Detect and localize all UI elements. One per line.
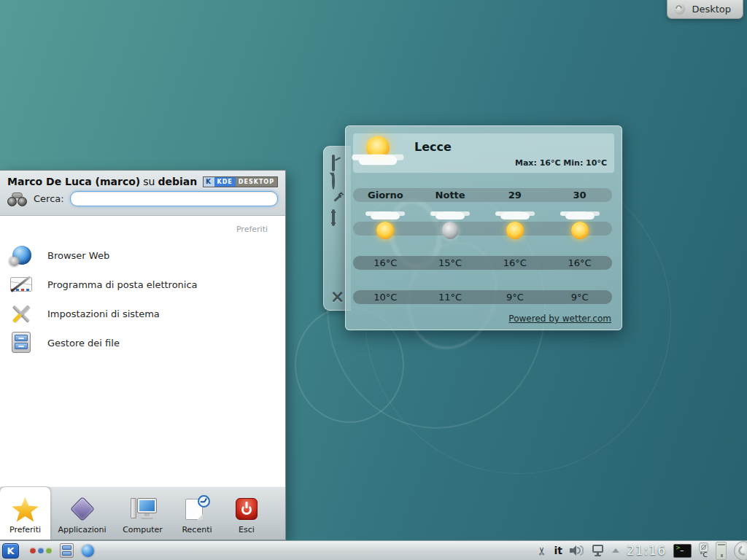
day-temp: 16°C	[353, 256, 418, 270]
file-manager-icon	[9, 331, 33, 354]
night-temp: 9°C	[547, 290, 612, 304]
tab-label: Esci	[239, 525, 255, 534]
favorite-item-filemanager[interactable]: Gestore dei file	[0, 328, 285, 357]
panel-cashew-icon[interactable]	[734, 541, 747, 560]
favorite-label: Browser Web	[47, 250, 109, 261]
title-separator: su	[140, 176, 158, 187]
file-manager-icon[interactable]	[60, 543, 74, 558]
tab-preferiti[interactable]: Preferiti	[0, 487, 50, 540]
pager-dot	[38, 548, 44, 553]
search-label: Cerca:	[34, 193, 64, 204]
tab-recenti[interactable]: Recenti	[171, 487, 222, 540]
terminal-icon[interactable]: >_	[673, 544, 692, 558]
konqueror-globe-icon[interactable]	[82, 545, 94, 557]
favorite-label: Gestore dei file	[47, 338, 120, 349]
bottom-panel: K ✂ it 21:16 >_ °C	[0, 540, 747, 560]
configure-wrench-icon[interactable]	[332, 192, 344, 203]
kde-desktop-badge: K KDE DESKTOP	[203, 176, 279, 187]
keyboard-layout-indicator[interactable]: it	[554, 545, 563, 556]
volume-icon[interactable]	[570, 545, 584, 556]
kickoff-tab-bar: Preferiti Applicazioni Computer Recenti …	[0, 486, 285, 540]
weather-widget: Lecce Max: 16°C Min: 10°C Giorno Notte 2…	[345, 125, 622, 330]
expand-tray-icon[interactable]	[612, 548, 619, 553]
rotate-icon[interactable]	[332, 174, 344, 184]
kde-logo-icon: K	[204, 177, 214, 187]
resize-icon[interactable]	[332, 156, 344, 166]
close-icon[interactable]: ×	[330, 289, 344, 304]
plasma-cashew-icon	[674, 4, 685, 15]
tab-label: Applicazioni	[58, 525, 107, 534]
tab-label: Computer	[123, 525, 163, 534]
calendar-icon[interactable]	[716, 542, 727, 560]
star-icon	[11, 495, 40, 523]
user-title: Marco De Luca (marco)sudebian	[7, 176, 197, 187]
column-header: 29	[483, 188, 548, 202]
favorite-item-settings[interactable]: Impostazioni di sistema	[0, 299, 285, 328]
mini-pager-dots[interactable]	[30, 548, 52, 553]
network-monitor-icon[interactable]	[592, 545, 605, 557]
email-icon	[9, 273, 33, 296]
system-settings-icon	[9, 302, 33, 325]
konqueror-globe-icon	[9, 244, 33, 267]
pager-dot	[30, 548, 36, 553]
desktop-toolbox-button[interactable]: Desktop	[667, 0, 743, 19]
tab-applicazioni[interactable]: Applicazioni	[50, 487, 114, 540]
applications-diamond-icon	[68, 495, 97, 523]
kickoff-launcher: Marco De Luca (marco)sudebian K KDE DESK…	[0, 170, 286, 540]
weather-tray-icon[interactable]: °C	[699, 542, 708, 559]
pager-dot	[46, 548, 52, 553]
weather-header: Lecce Max: 16°C Min: 10°C	[353, 133, 614, 173]
search-input[interactable]	[70, 191, 278, 206]
weather-night-temps: 10°C 11°C 9°C 9°C	[353, 290, 612, 304]
desktop-wallpaper: Desktop × Lecce Max: 16°C Min: 10°C Gior…	[0, 0, 747, 560]
badge-kde-label: KDE	[214, 177, 236, 187]
day-temp: 15°C	[418, 256, 483, 270]
kickoff-content: Preferiti Browser Web Programma di posta…	[0, 216, 285, 486]
binoculars-icon	[7, 192, 28, 206]
weather-credit-link[interactable]: Powered by wetter.com	[508, 314, 611, 324]
favorite-label: Impostazioni di sistema	[47, 308, 160, 319]
kickoff-header: Marco De Luca (marco)sudebian K KDE DESK…	[0, 171, 285, 216]
weather-day-temps: 16°C 15°C 16°C 16°C	[353, 256, 612, 270]
recent-documents-icon	[182, 495, 212, 523]
day-temp: 16°C	[483, 256, 548, 270]
favorite-item-email[interactable]: Programma di posta elettronica	[0, 270, 285, 299]
favorite-item-browser[interactable]: Browser Web	[0, 241, 285, 270]
column-header: Giorno	[353, 188, 418, 202]
column-header: 30	[547, 188, 612, 202]
column-header: Notte	[418, 188, 483, 202]
badge-desktop-label: DESKTOP	[236, 177, 277, 187]
sun-clouds-icon	[357, 136, 399, 168]
night-temp: 11°C	[418, 290, 483, 304]
user-name: Marco De Luca (marco)	[7, 176, 140, 187]
night-temp: 10°C	[353, 290, 418, 304]
section-label: Preferiti	[236, 225, 268, 234]
weather-tray-label: °C	[700, 552, 708, 559]
tab-label: Recenti	[182, 525, 212, 534]
shortcuts-icon[interactable]	[332, 211, 344, 221]
tab-label: Preferiti	[9, 525, 41, 534]
tab-computer[interactable]: Computer	[114, 487, 171, 540]
day-temp: 16°C	[547, 256, 612, 270]
night-temp: 9°C	[483, 290, 548, 304]
kmenu-button[interactable]: K	[2, 543, 19, 559]
favorite-label: Programma di posta elettronica	[47, 279, 198, 290]
toolbox-label: Desktop	[692, 4, 731, 15]
weather-column-headers: Giorno Notte 29 30	[353, 188, 612, 202]
digital-clock[interactable]: 21:16	[627, 543, 666, 558]
power-icon	[232, 495, 261, 523]
weather-maxmin: Max: 16°C Min: 10°C	[515, 158, 607, 168]
no-data-icon	[699, 542, 708, 552]
weather-city: Lecce	[414, 140, 452, 154]
tab-esci[interactable]: Esci	[222, 487, 271, 540]
weather-condition-row	[353, 222, 612, 236]
klipper-scissors-icon[interactable]: ✂	[537, 546, 548, 556]
host-name: debian	[158, 176, 197, 187]
computer-icon	[128, 495, 158, 523]
